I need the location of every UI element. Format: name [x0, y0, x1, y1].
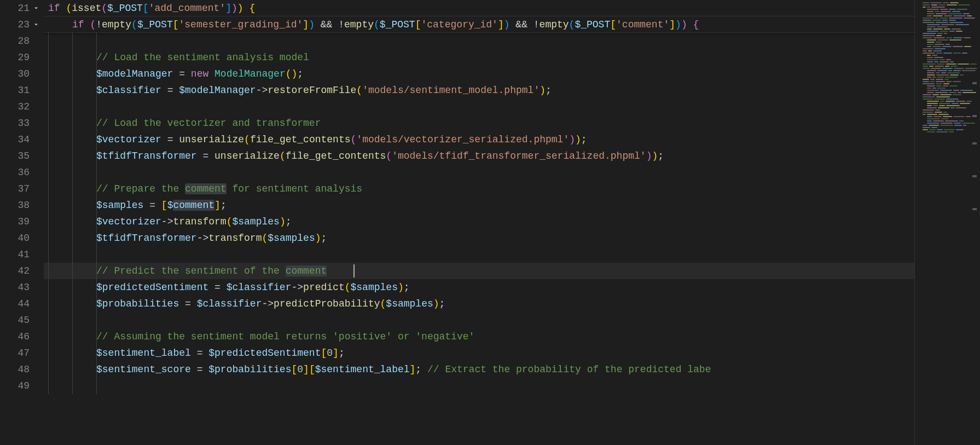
minimap-line [918, 116, 977, 118]
code-text: $probabilities = $classifier->predictPro… [48, 298, 445, 309]
indent-guide [48, 66, 49, 82]
indent-guide [72, 164, 73, 181]
minimap-line [918, 83, 977, 85]
minimap-line [918, 129, 977, 131]
code-line[interactable]: $tfidfTransformer = unserialize(file_get… [44, 148, 914, 164]
indent-guide [72, 66, 73, 82]
minimap-line [918, 24, 977, 26]
minimap-line [918, 31, 977, 32]
code-line[interactable]: $vectorizer = unserialize(file_get_conte… [44, 131, 914, 148]
code-line[interactable] [44, 164, 914, 181]
indent-guide [72, 181, 73, 197]
chevron-down-icon[interactable] [32, 4, 40, 13]
minimap-line [918, 127, 977, 129]
code-text: $tfidfTransformer = unserialize(file_get… [48, 151, 664, 161]
minimap-line [918, 101, 977, 102]
minimap-line [918, 79, 977, 80]
minimap-line [918, 2, 977, 4]
line-number-gutter[interactable]: 2123282930313233343536373839404142434445… [0, 0, 44, 445]
line-number: 34 [0, 131, 30, 148]
code-line[interactable]: $samples = [$comment]; [44, 197, 914, 213]
minimap-line [918, 11, 977, 13]
line-number: 32 [0, 99, 30, 115]
code-line[interactable] [44, 378, 914, 394]
line-number: 35 [0, 148, 30, 164]
minimap-line [918, 120, 977, 122]
line-number: 29 [0, 49, 30, 66]
line-number: 21 [0, 0, 30, 16]
indent-guide [72, 246, 73, 263]
indent-guide [96, 49, 97, 66]
code-line[interactable]: // Assuming the sentiment model returns … [44, 328, 914, 345]
minimap-line [918, 59, 977, 61]
indent-guide [96, 115, 97, 131]
minimap-line [918, 72, 977, 74]
indent-guide [96, 33, 97, 49]
code-line[interactable]: $modelManager = new ModelManager(); [44, 66, 914, 82]
minimap-line [918, 35, 977, 37]
code-line[interactable]: // Prepare the comment for sentiment ana… [44, 181, 914, 197]
indent-guide [96, 181, 97, 197]
minimap-line [918, 7, 977, 8]
minimap-line [918, 55, 977, 56]
indent-guide [96, 361, 97, 378]
code-line[interactable]: $predictedSentiment = $classifier->predi… [44, 279, 914, 296]
code-line[interactable]: $tfidfTransformer->transform($samples); [44, 230, 914, 246]
minimap-line [918, 68, 977, 70]
code-text: // Predict the sentiment of the comment [48, 265, 327, 276]
indent-guide [48, 230, 49, 246]
line-number: 39 [0, 213, 30, 230]
code-line[interactable]: // Load the vectorizer and transformer [44, 115, 914, 131]
line-number: 43 [0, 279, 30, 296]
code-line[interactable]: // Load the sentiment analysis model [44, 49, 914, 66]
minimap-line [918, 114, 977, 115]
line-number: 47 [0, 345, 30, 361]
code-line[interactable]: $classifier = $modelManager->restoreFrom… [44, 82, 914, 99]
indent-guide [72, 213, 73, 230]
minimap-line [918, 22, 977, 24]
code-line[interactable]: if (!empty($_POST['semester_grading_id']… [44, 16, 914, 33]
chevron-down-icon[interactable] [32, 20, 40, 29]
code-line[interactable] [44, 99, 914, 115]
minimap-line [918, 28, 977, 30]
scrollbar-track[interactable] [972, 0, 980, 445]
code-line[interactable]: $sentiment_label = $predictedSentiment[0… [44, 345, 914, 361]
line-number: 45 [0, 312, 30, 328]
line-number: 30 [0, 66, 30, 82]
code-content-area[interactable]: if (isset($_POST['add_comment'])) {if (!… [44, 0, 914, 445]
indent-guide [72, 312, 73, 328]
minimap-line [918, 74, 977, 76]
code-line[interactable] [44, 246, 914, 263]
minimap-line [918, 109, 977, 111]
code-line[interactable]: $sentiment_score = $probabilities[0][$se… [44, 361, 914, 378]
code-text: $sentiment_label = $predictedSentiment[0… [48, 348, 345, 359]
indent-guide [96, 263, 97, 279]
minimap-line [918, 88, 977, 89]
indent-guide [72, 230, 73, 246]
minimap-line [918, 13, 977, 15]
line-number: 33 [0, 115, 30, 131]
code-line[interactable]: $vectorizer->transform($samples); [44, 213, 914, 230]
code-line[interactable] [44, 33, 914, 49]
line-number: 31 [0, 82, 30, 99]
minimap[interactable] [914, 0, 980, 445]
scrollbar-marker [972, 115, 977, 117]
indent-guide [96, 99, 97, 115]
indent-guide [96, 279, 97, 296]
code-line[interactable] [44, 312, 914, 328]
code-line[interactable]: if (isset($_POST['add_comment'])) { [44, 0, 914, 16]
indent-guide [96, 328, 97, 345]
scrollbar-marker [972, 175, 977, 177]
code-text: $vectorizer->transform($samples); [48, 216, 292, 227]
minimap-line [918, 105, 977, 107]
code-text: $tfidfTransformer->transform($samples); [48, 233, 327, 244]
indent-guide [96, 197, 97, 213]
indent-guide [48, 148, 49, 164]
indent-guide [48, 246, 49, 263]
indent-guide [48, 82, 49, 99]
indent-guide [72, 296, 73, 312]
code-text: if (!empty($_POST['semester_grading_id']… [48, 19, 699, 30]
code-line[interactable]: $probabilities = $classifier->predictPro… [44, 296, 914, 312]
code-line[interactable]: // Predict the sentiment of the comment [44, 263, 914, 279]
indent-guide [72, 345, 73, 361]
